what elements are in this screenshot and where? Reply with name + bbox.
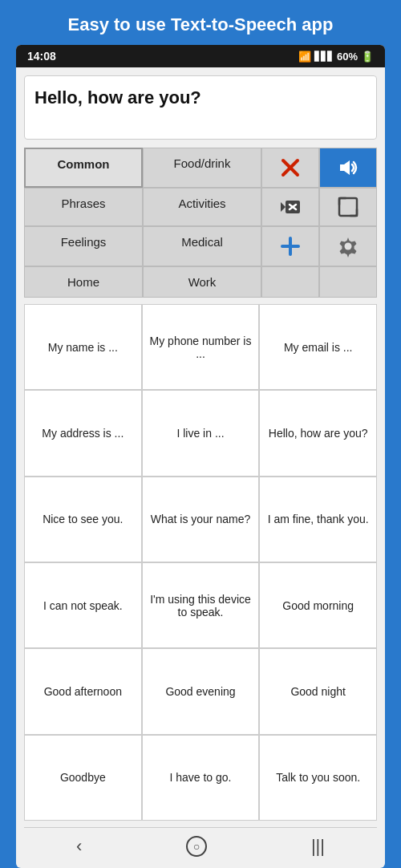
phrase-8[interactable]: I am fine, thank you. bbox=[259, 477, 377, 562]
text-display: Hello, how are you? bbox=[24, 75, 377, 140]
phrase-13[interactable]: Good evening bbox=[142, 648, 260, 734]
menu-nav-button[interactable]: ||| bbox=[311, 836, 325, 857]
back-nav-button[interactable]: ‹ bbox=[76, 836, 82, 857]
empty-ctrl-1 bbox=[261, 266, 319, 298]
svg-marker-3 bbox=[281, 202, 286, 212]
status-right: 📶 ▋▋▋ 60% 🔋 bbox=[298, 51, 374, 63]
svg-marker-2 bbox=[340, 160, 350, 175]
phone-frame: 14:08 📶 ▋▋▋ 60% 🔋 Hello, how are you? Co… bbox=[16, 45, 385, 868]
expand-icon bbox=[338, 197, 358, 217]
backspace-button[interactable] bbox=[261, 188, 319, 226]
plus-icon bbox=[279, 235, 302, 258]
signal-icon: ▋▋▋ bbox=[314, 51, 334, 62]
phrase-14[interactable]: Good night bbox=[259, 648, 377, 734]
phrase-10[interactable]: I'm using this device to speak. bbox=[142, 562, 260, 648]
status-bar: 14:08 📶 ▋▋▋ 60% 🔋 bbox=[16, 45, 385, 67]
phrase-17[interactable]: Talk to you soon. bbox=[259, 735, 377, 821]
x-icon bbox=[279, 156, 302, 179]
expand-button[interactable] bbox=[319, 188, 377, 226]
phrase-7[interactable]: What is your name? bbox=[142, 477, 260, 562]
empty-ctrl-2 bbox=[319, 266, 377, 298]
category-medical[interactable]: Medical bbox=[143, 226, 261, 266]
display-text: Hello, how are you? bbox=[34, 87, 201, 107]
phrase-4[interactable]: I live in ... bbox=[142, 390, 260, 476]
backspace-icon bbox=[279, 198, 302, 216]
phrase-9[interactable]: I can not speak. bbox=[24, 562, 142, 648]
category-food[interactable]: Food/drink bbox=[143, 148, 261, 188]
category-feelings[interactable]: Feelings bbox=[24, 226, 143, 266]
phrase-15[interactable]: Goodbye bbox=[24, 735, 142, 821]
speak-button[interactable] bbox=[319, 148, 377, 188]
phrase-12[interactable]: Good afternoon bbox=[24, 648, 142, 734]
category-activities[interactable]: Activities bbox=[143, 188, 261, 226]
battery-text: 60% bbox=[337, 51, 358, 63]
phrase-0[interactable]: My name is ... bbox=[24, 304, 142, 390]
nav-bar: ‹ ○ ||| bbox=[24, 827, 377, 868]
wifi-icon: 📶 bbox=[298, 51, 311, 63]
phrase-grid: My name is ... My phone number is ... My… bbox=[24, 304, 377, 821]
settings-button[interactable] bbox=[319, 226, 377, 266]
category-common[interactable]: Common bbox=[24, 148, 143, 188]
phrase-1[interactable]: My phone number is ... bbox=[142, 304, 260, 390]
add-button[interactable] bbox=[261, 226, 319, 266]
category-phrases[interactable]: Phrases bbox=[24, 188, 143, 226]
category-section: Common Food/drink Phrases Activities bbox=[24, 148, 377, 298]
phrase-11[interactable]: Good morning bbox=[259, 562, 377, 648]
clear-button[interactable] bbox=[261, 148, 319, 188]
category-work[interactable]: Work bbox=[143, 266, 261, 298]
svg-point-11 bbox=[345, 243, 352, 250]
phrase-5[interactable]: Hello, how are you? bbox=[259, 390, 377, 476]
home-nav-button[interactable]: ○ bbox=[186, 836, 207, 857]
svg-rect-7 bbox=[339, 198, 357, 216]
phrase-3[interactable]: My address is ... bbox=[24, 390, 142, 476]
phrase-2[interactable]: My email is ... bbox=[259, 304, 377, 390]
app-title: Easy to use Text-to-Speech app bbox=[60, 0, 342, 45]
status-time: 14:08 bbox=[27, 50, 56, 63]
speaker-icon bbox=[337, 156, 359, 179]
gear-icon bbox=[337, 235, 359, 258]
category-home[interactable]: Home bbox=[24, 266, 143, 298]
battery-icon: 🔋 bbox=[361, 51, 374, 63]
phrase-16[interactable]: I have to go. bbox=[142, 735, 260, 821]
phrase-6[interactable]: Nice to see you. bbox=[24, 477, 142, 562]
